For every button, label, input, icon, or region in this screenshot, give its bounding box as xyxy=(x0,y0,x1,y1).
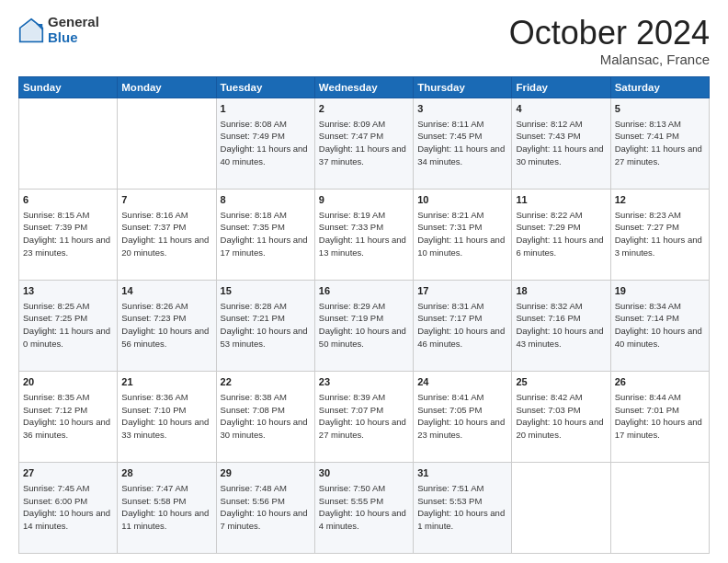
sunrise-text: Sunrise: 8:38 AM xyxy=(221,392,287,402)
sunset-text: Sunset: 7:25 PM xyxy=(23,313,87,323)
day-number: 18 xyxy=(516,284,606,299)
calendar-cell: 6Sunrise: 8:15 AMSunset: 7:39 PMDaylight… xyxy=(19,189,118,280)
calendar-week-row: 1Sunrise: 8:08 AMSunset: 7:49 PMDaylight… xyxy=(19,98,710,189)
sunrise-text: Sunrise: 8:44 AM xyxy=(615,392,681,402)
calendar-cell: 4Sunrise: 8:12 AMSunset: 7:43 PMDaylight… xyxy=(512,98,610,189)
day-number: 26 xyxy=(615,375,705,390)
calendar-cell: 25Sunrise: 8:42 AMSunset: 7:03 PMDayligh… xyxy=(512,371,610,462)
calendar-cell: 14Sunrise: 8:26 AMSunset: 7:23 PMDayligh… xyxy=(118,280,216,371)
sunrise-text: Sunrise: 8:13 AM xyxy=(615,119,681,129)
sunrise-text: Sunrise: 8:32 AM xyxy=(516,301,582,311)
calendar-header: SundayMondayTuesdayWednesdayThursdayFrid… xyxy=(19,76,710,98)
calendar-cell: 5Sunrise: 8:13 AMSunset: 7:41 PMDaylight… xyxy=(610,98,709,189)
sunrise-text: Sunrise: 8:39 AM xyxy=(319,392,385,402)
sunrise-text: Sunrise: 8:28 AM xyxy=(221,301,287,311)
calendar-cell: 23Sunrise: 8:39 AMSunset: 7:07 PMDayligh… xyxy=(314,371,413,462)
logo: General Blue xyxy=(18,15,99,45)
sunset-text: Sunset: 7:45 PM xyxy=(417,131,482,141)
calendar-cell: 19Sunrise: 8:34 AMSunset: 7:14 PMDayligh… xyxy=(610,280,709,371)
day-number: 25 xyxy=(516,375,606,390)
daylight-text: Daylight: 10 hours and 30 minutes. xyxy=(221,417,308,440)
daylight-text: Daylight: 11 hours and 34 minutes. xyxy=(417,144,505,167)
sunset-text: Sunset: 7:01 PM xyxy=(615,405,679,415)
sunrise-text: Sunrise: 8:26 AM xyxy=(121,301,188,311)
calendar-cell: 11Sunrise: 8:22 AMSunset: 7:29 PMDayligh… xyxy=(512,189,610,280)
sunrise-text: Sunrise: 8:15 AM xyxy=(23,210,89,220)
sunset-text: Sunset: 7:12 PM xyxy=(23,405,87,415)
day-number: 1 xyxy=(221,102,311,117)
sunset-text: Sunset: 7:17 PM xyxy=(417,313,482,323)
day-number: 27 xyxy=(23,466,113,481)
sunset-text: Sunset: 7:47 PM xyxy=(319,131,383,141)
day-number: 4 xyxy=(516,102,606,117)
day-number: 17 xyxy=(417,284,507,299)
calendar-body: 1Sunrise: 8:08 AMSunset: 7:49 PMDaylight… xyxy=(19,98,710,553)
daylight-text: Daylight: 10 hours and 40 minutes. xyxy=(615,326,702,349)
daylight-text: Daylight: 11 hours and 30 minutes. xyxy=(516,144,603,167)
sunset-text: Sunset: 7:23 PM xyxy=(121,313,186,323)
daylight-text: Daylight: 11 hours and 40 minutes. xyxy=(221,144,308,167)
weekday-header: Tuesday xyxy=(216,76,314,98)
day-number: 14 xyxy=(121,284,211,299)
sunrise-text: Sunrise: 8:36 AM xyxy=(121,392,188,402)
weekday-row: SundayMondayTuesdayWednesdayThursdayFrid… xyxy=(19,76,710,98)
calendar-week-row: 13Sunrise: 8:25 AMSunset: 7:25 PMDayligh… xyxy=(19,280,710,371)
calendar-table: SundayMondayTuesdayWednesdayThursdayFrid… xyxy=(18,76,710,554)
sunrise-text: Sunrise: 8:09 AM xyxy=(319,119,385,129)
sunrise-text: Sunrise: 8:18 AM xyxy=(221,210,287,220)
calendar-cell: 8Sunrise: 8:18 AMSunset: 7:35 PMDaylight… xyxy=(216,189,314,280)
calendar-cell: 26Sunrise: 8:44 AMSunset: 7:01 PMDayligh… xyxy=(610,371,709,462)
day-number: 16 xyxy=(319,284,409,299)
sunset-text: Sunset: 5:55 PM xyxy=(319,496,383,506)
sunrise-text: Sunrise: 8:35 AM xyxy=(23,392,89,402)
calendar-cell xyxy=(610,462,709,553)
sunrise-text: Sunrise: 7:51 AM xyxy=(417,483,483,493)
calendar-cell: 22Sunrise: 8:38 AMSunset: 7:08 PMDayligh… xyxy=(216,371,314,462)
sunset-text: Sunset: 7:05 PM xyxy=(417,405,482,415)
day-number: 22 xyxy=(221,375,311,390)
sunrise-text: Sunrise: 8:42 AM xyxy=(516,392,582,402)
weekday-header: Thursday xyxy=(414,76,512,98)
daylight-text: Daylight: 10 hours and 14 minutes. xyxy=(23,508,110,531)
calendar-cell xyxy=(118,98,216,189)
day-number: 9 xyxy=(319,193,409,208)
calendar-week-row: 20Sunrise: 8:35 AMSunset: 7:12 PMDayligh… xyxy=(19,371,710,462)
weekday-header: Wednesday xyxy=(314,76,413,98)
day-number: 7 xyxy=(121,193,211,208)
sunrise-text: Sunrise: 8:22 AM xyxy=(516,210,582,220)
calendar-cell: 31Sunrise: 7:51 AMSunset: 5:53 PMDayligh… xyxy=(414,462,512,553)
sunrise-text: Sunrise: 7:50 AM xyxy=(319,483,385,493)
calendar-cell: 29Sunrise: 7:48 AMSunset: 5:56 PMDayligh… xyxy=(216,462,314,553)
calendar-cell: 2Sunrise: 8:09 AMSunset: 7:47 PMDaylight… xyxy=(314,98,413,189)
daylight-text: Daylight: 10 hours and 11 minutes. xyxy=(121,508,209,531)
calendar-week-row: 6Sunrise: 8:15 AMSunset: 7:39 PMDaylight… xyxy=(19,189,710,280)
sunset-text: Sunset: 7:10 PM xyxy=(121,405,186,415)
calendar-cell: 30Sunrise: 7:50 AMSunset: 5:55 PMDayligh… xyxy=(314,462,413,553)
calendar-cell xyxy=(512,462,610,553)
sunset-text: Sunset: 5:58 PM xyxy=(121,496,186,506)
location-subtitle: Malansac, France xyxy=(509,52,710,67)
daylight-text: Daylight: 11 hours and 0 minutes. xyxy=(23,326,110,349)
sunset-text: Sunset: 7:39 PM xyxy=(23,222,87,232)
daylight-text: Daylight: 10 hours and 20 minutes. xyxy=(516,417,603,440)
daylight-text: Daylight: 10 hours and 56 minutes. xyxy=(121,326,209,349)
day-number: 13 xyxy=(23,284,113,299)
daylight-text: Daylight: 10 hours and 7 minutes. xyxy=(221,508,308,531)
sunset-text: Sunset: 7:19 PM xyxy=(319,313,383,323)
day-number: 29 xyxy=(221,466,311,481)
calendar-cell: 1Sunrise: 8:08 AMSunset: 7:49 PMDaylight… xyxy=(216,98,314,189)
calendar-cell: 12Sunrise: 8:23 AMSunset: 7:27 PMDayligh… xyxy=(610,189,709,280)
day-number: 3 xyxy=(417,102,507,117)
day-number: 12 xyxy=(615,193,705,208)
day-number: 20 xyxy=(23,375,113,390)
day-number: 21 xyxy=(121,375,211,390)
daylight-text: Daylight: 11 hours and 37 minutes. xyxy=(319,144,406,167)
daylight-text: Daylight: 11 hours and 13 minutes. xyxy=(319,235,406,258)
sunset-text: Sunset: 7:16 PM xyxy=(516,313,580,323)
daylight-text: Daylight: 11 hours and 3 minutes. xyxy=(615,235,702,258)
daylight-text: Daylight: 10 hours and 33 minutes. xyxy=(121,417,209,440)
daylight-text: Daylight: 11 hours and 20 minutes. xyxy=(121,235,209,258)
day-number: 6 xyxy=(23,193,113,208)
calendar-cell: 27Sunrise: 7:45 AMSunset: 6:00 PMDayligh… xyxy=(19,462,118,553)
calendar-cell: 7Sunrise: 8:16 AMSunset: 7:37 PMDaylight… xyxy=(118,189,216,280)
